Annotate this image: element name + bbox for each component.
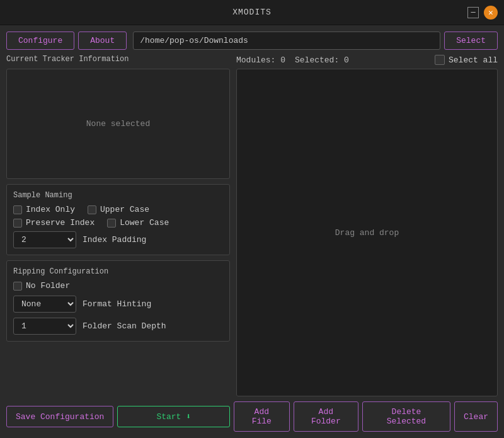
preserve-index-checkbox[interactable] bbox=[13, 219, 22, 228]
right-panel: Modules: 0 Selected: 0 Select all Drag a… bbox=[236, 55, 498, 396]
upper-case-item: Upper Case bbox=[88, 205, 149, 214]
middle-row: Current Tracker Information None selecte… bbox=[6, 55, 498, 396]
close-button[interactable]: ✕ bbox=[484, 6, 498, 20]
modules-count: Modules: 0 bbox=[236, 55, 285, 65]
file-drop-area[interactable]: Drag and drop bbox=[236, 69, 498, 396]
select-all-label: Select all bbox=[449, 55, 498, 65]
select-button[interactable]: Select bbox=[444, 32, 498, 50]
bottom-right-buttons: Add File Add Folder Delete Selected Clea… bbox=[234, 401, 498, 432]
no-folder-label: No Folder bbox=[26, 281, 70, 291]
clear-button[interactable]: Clear bbox=[454, 401, 498, 432]
bottom-bar: Save Configuration Start ⬇ Add File Add … bbox=[6, 401, 498, 432]
bottom-left-buttons: Save Configuration Start ⬇ bbox=[6, 406, 230, 427]
minimize-icon: — bbox=[471, 8, 475, 17]
left-panel: Current Tracker Information None selecte… bbox=[6, 55, 230, 396]
add-file-button[interactable]: Add File bbox=[234, 401, 290, 432]
delete-selected-button[interactable]: Delete Selected bbox=[362, 401, 450, 432]
checkbox-row-1: Index Only Upper Case bbox=[13, 205, 223, 214]
start-button[interactable]: Start ⬇ bbox=[117, 406, 230, 427]
upper-case-checkbox[interactable] bbox=[88, 205, 96, 214]
main-content: Configure About Select Current Tracker I… bbox=[0, 25, 504, 438]
about-button[interactable]: About bbox=[78, 32, 127, 50]
tracker-info-box: None selected bbox=[6, 69, 230, 179]
modules-bar: Modules: 0 Selected: 0 Select all bbox=[236, 55, 498, 65]
upper-case-label: Upper Case bbox=[100, 205, 149, 214]
ripping-config-label: Ripping Configuration bbox=[13, 267, 223, 276]
selected-count: Selected: 0 bbox=[295, 55, 349, 65]
sample-naming-section: Sample Naming Index Only Upper Case Pres… bbox=[6, 184, 230, 255]
preserve-index-label: Preserve Index bbox=[26, 218, 94, 228]
lower-case-checkbox[interactable] bbox=[107, 219, 116, 228]
sample-naming-label: Sample Naming bbox=[13, 191, 223, 200]
path-input[interactable] bbox=[133, 32, 440, 50]
tracker-placeholder: None selected bbox=[86, 119, 150, 129]
select-all-area: Select all bbox=[435, 55, 498, 65]
no-folder-checkbox[interactable] bbox=[13, 282, 22, 291]
minimize-button[interactable]: — bbox=[467, 7, 479, 18]
index-padding-label: Index Padding bbox=[83, 235, 146, 245]
folder-scan-depth-label: Folder Scan Depth bbox=[83, 321, 166, 331]
tracker-info-label: Current Tracker Information bbox=[6, 55, 230, 64]
lower-case-item: Lower Case bbox=[107, 218, 169, 228]
no-folder-item: No Folder bbox=[13, 281, 223, 291]
top-right-area: Select bbox=[133, 32, 498, 50]
select-all-checkbox[interactable] bbox=[435, 55, 445, 65]
drag-drop-text: Drag and drop bbox=[335, 228, 399, 238]
close-icon: ✕ bbox=[488, 8, 493, 18]
lower-case-label: Lower Case bbox=[120, 218, 169, 228]
index-padding-dropdown[interactable]: 1 2 3 4 bbox=[13, 231, 76, 248]
top-bar: Configure About Select bbox=[6, 32, 498, 50]
folder-scan-depth-dropdown[interactable]: 1 2 3 4 5 bbox=[13, 318, 76, 335]
preserve-index-item: Preserve Index bbox=[13, 218, 94, 228]
save-config-button[interactable]: Save Configuration bbox=[6, 406, 113, 427]
top-left-buttons: Configure About bbox=[6, 32, 127, 50]
checkbox-row-2: Preserve Index Lower Case bbox=[13, 218, 223, 228]
window-controls: — ✕ bbox=[467, 6, 498, 20]
app-title: XMODITS bbox=[232, 8, 272, 17]
folder-scan-depth-row: 1 2 3 4 5 Folder Scan Depth bbox=[13, 318, 223, 335]
title-bar: XMODITS — ✕ bbox=[0, 0, 504, 25]
format-hinting-label: Format Hinting bbox=[83, 299, 151, 309]
configure-button[interactable]: Configure bbox=[6, 32, 74, 50]
format-hinting-row: None Auto Manual Format Hinting bbox=[13, 296, 223, 313]
index-padding-row: 1 2 3 4 Index Padding bbox=[13, 231, 223, 248]
format-hinting-dropdown[interactable]: None Auto Manual bbox=[13, 296, 76, 313]
ripping-section: Ripping Configuration No Folder None Aut… bbox=[6, 260, 230, 342]
index-only-label: Index Only bbox=[26, 205, 75, 214]
add-folder-button[interactable]: Add Folder bbox=[294, 401, 358, 432]
index-only-item: Index Only bbox=[13, 205, 75, 214]
index-only-checkbox[interactable] bbox=[13, 205, 22, 214]
